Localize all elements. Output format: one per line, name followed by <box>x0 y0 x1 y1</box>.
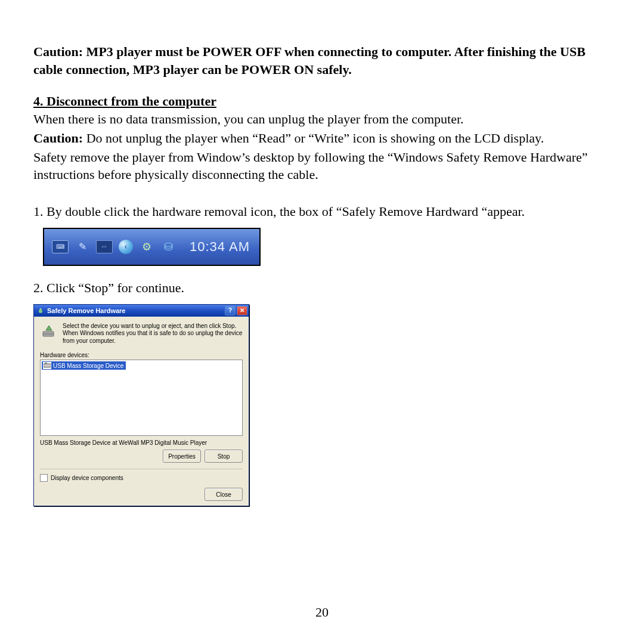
close-button[interactable]: ✕ <box>237 306 247 315</box>
svg-rect-3 <box>45 363 47 364</box>
help-button[interactable]: ? <box>225 306 236 315</box>
eject-icon <box>40 323 58 340</box>
taskbar-screenshot: ⌨ ✎ ▫▫ ‹ ⚙ ⛁ 10:34 AM <box>43 228 261 266</box>
display-components-checkbox[interactable] <box>40 474 48 482</box>
back-icon: ‹ <box>119 240 133 254</box>
safely-remove-dialog: Safely Remove Hardware ? ✕ Select the de… <box>33 304 249 507</box>
close-dialog-button[interactable]: Close <box>205 488 243 501</box>
dialog-body: Select the device you want to unplug or … <box>34 317 249 506</box>
pen-icon: ✎ <box>75 241 90 253</box>
caution-body: Do not unplug the player when “Read” or … <box>83 131 544 145</box>
section-title: 4. Disconnect from the computer <box>33 94 611 109</box>
usb-remove-icon: ⛁ <box>160 241 176 253</box>
device-list-item[interactable]: USB Mass Storage Device <box>42 361 126 370</box>
dialog-info-text: Select the device you want to unplug or … <box>63 323 243 345</box>
keyboard-icon: ⌨ <box>52 240 69 253</box>
device-description: USB Mass Storage Device at WeWall MP3 Di… <box>40 439 243 446</box>
caution-top-text: Caution: MP3 player must be POWER OFF wh… <box>33 43 611 78</box>
step-2-text: 2. Click “Stop” for continue. <box>33 279 611 297</box>
dialog-separator <box>40 469 243 469</box>
svg-point-0 <box>39 309 42 313</box>
taskbar-time: 10:34 AM <box>190 239 250 255</box>
caution-label: Caution: <box>33 131 83 145</box>
step-1-text: 1. By double click the hardware removal … <box>33 203 611 221</box>
stop-button[interactable]: Stop <box>205 450 243 463</box>
device-item-label: USB Mass Storage Device <box>53 363 123 369</box>
hardware-devices-label: Hardware devices: <box>40 352 243 358</box>
dialog-app-icon <box>36 306 45 315</box>
device-listbox[interactable]: USB Mass Storage Device <box>40 360 243 436</box>
properties-button[interactable]: Properties <box>163 450 201 463</box>
paragraph-safety: Safety remove the player from Window’s d… <box>33 148 611 184</box>
da-icon: ▫▫ <box>96 240 113 253</box>
page-number: 20 <box>0 605 644 620</box>
paragraph-caution: Caution: Do not unplug the player when “… <box>33 129 611 147</box>
device-icon <box>43 362 51 369</box>
gear-icon: ⚙ <box>139 241 154 253</box>
dialog-title-text: Safely Remove Hardware <box>47 307 224 314</box>
paragraph-when: When there is no data transmission, you … <box>33 110 611 128</box>
display-components-label: Display device components <box>51 475 123 481</box>
dialog-titlebar: Safely Remove Hardware ? ✕ <box>34 305 249 317</box>
